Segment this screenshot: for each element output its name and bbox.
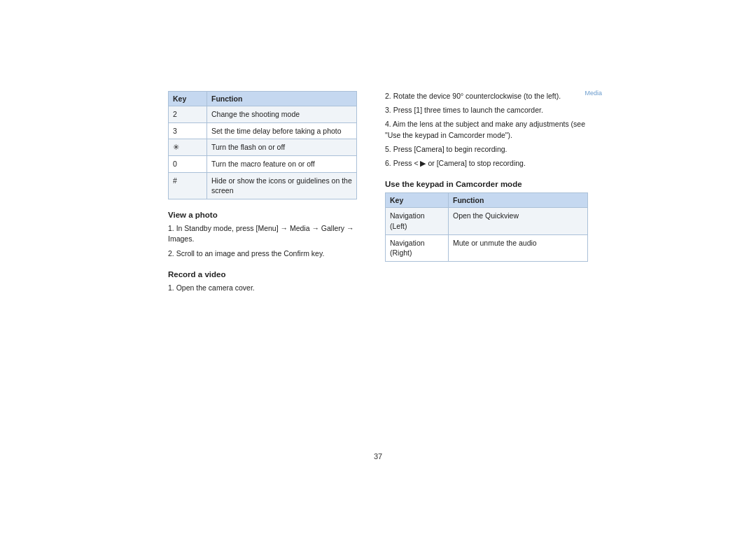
table-row: 3Set the time delay before taking a phot… <box>169 122 357 139</box>
function-cell: Turn the flash on or off <box>207 139 357 156</box>
function-cell: Change the shooting mode <box>207 106 357 123</box>
list-item: 5. Press [Camera] to begin recording. <box>385 144 588 155</box>
table-row: ✳Turn the flash on or off <box>169 139 357 156</box>
table-row: #Hide or show the icons or guidelines on… <box>169 172 357 199</box>
col-header-key: Key <box>169 92 207 106</box>
content-area: Key Function 2Change the shooting mode3S… <box>168 91 588 304</box>
col-header-function: Function <box>207 92 357 106</box>
list-item: 3. Press [1] three times to launch the c… <box>385 105 588 115</box>
left-column: Key Function 2Change the shooting mode3S… <box>168 91 357 304</box>
camcorder-col-key: Key <box>386 193 449 208</box>
key-function-table: Key Function 2Change the shooting mode3S… <box>168 91 357 199</box>
list-item: 6. Press < ▶ or [Camera] to stop recordi… <box>385 158 588 169</box>
table-row: Navigation (Right)Mute or unmute the aud… <box>386 234 588 261</box>
key-cell: # <box>169 172 207 199</box>
key-cell: ✳ <box>169 139 207 156</box>
key-cell: Navigation (Left) <box>386 208 449 234</box>
list-item: 4. Aim the lens at the subject and make … <box>385 119 588 140</box>
table-row: Navigation (Left)Open the Quickview <box>386 208 588 234</box>
function-cell: Open the Quickview <box>449 208 588 234</box>
key-cell: 3 <box>169 122 207 139</box>
view-a-photo-section: View a photo 1. In Standby mode, press [… <box>168 211 357 259</box>
camcorder-col-function: Function <box>449 193 588 208</box>
media-label: Media <box>584 90 602 97</box>
record-a-video-section: Record a video 1. Open the camera cover. <box>168 270 357 293</box>
record-a-video-title: Record a video <box>168 270 357 279</box>
list-item: 2. Scroll to an image and press the Conf… <box>168 248 357 259</box>
function-cell: Set the time delay before taking a photo <box>207 122 357 139</box>
page-number: 37 <box>374 452 382 461</box>
key-cell: 2 <box>169 106 207 123</box>
key-cell: Navigation (Right) <box>386 234 449 261</box>
list-item: 1. Open the camera cover. <box>168 283 357 293</box>
list-item: 2. Rotate the device 90° counterclockwis… <box>385 91 588 101</box>
list-item: 1. In Standby mode, press [Menu] → Media… <box>168 223 357 244</box>
view-a-photo-title: View a photo <box>168 211 357 219</box>
camcorder-table: Key Function Navigation (Left)Open the Q… <box>385 192 588 262</box>
table-row: 0Turn the macro feature on or off <box>169 156 357 173</box>
key-cell: 0 <box>169 156 207 173</box>
page: Media Key Function 2Change the shooting … <box>0 0 756 534</box>
function-cell: Turn the macro feature on or off <box>207 156 357 173</box>
function-cell: Hide or show the icons or guidelines on … <box>207 172 357 199</box>
camcorder-section: Use the keypad in Camcorder mode Key Fun… <box>385 180 588 262</box>
right-column: 2. Rotate the device 90° counterclockwis… <box>385 91 588 304</box>
camcorder-title: Use the keypad in Camcorder mode <box>385 180 588 188</box>
table-row: 2Change the shooting mode <box>169 106 357 123</box>
function-cell: Mute or unmute the audio <box>449 234 588 261</box>
